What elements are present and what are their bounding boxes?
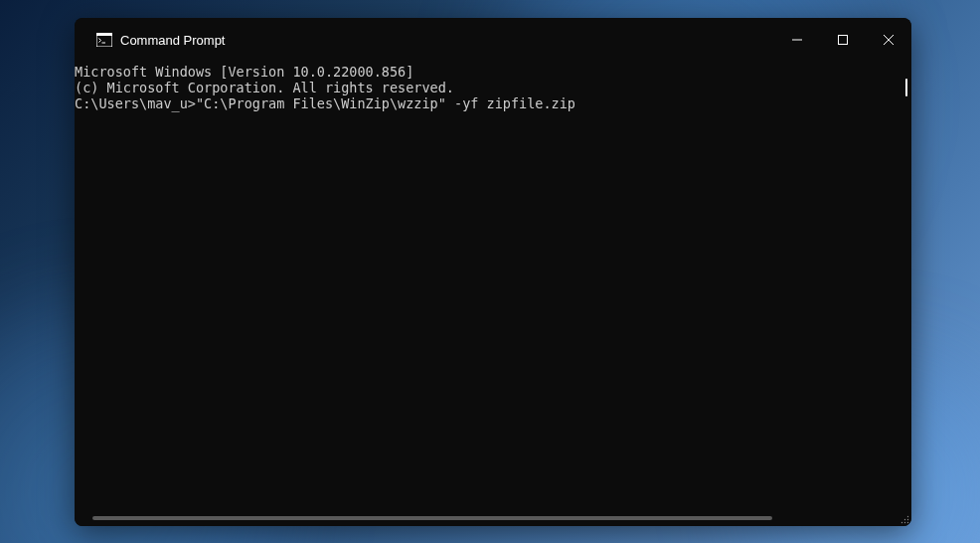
terminal-line: Microsoft Windows [Version 10.0.22000.85… [75,64,899,80]
minimize-button[interactable] [774,18,820,62]
terminal-prompt-line: C:\Users\mav_u>"C:\Program Files\WinZip\… [75,95,899,111]
close-button[interactable] [866,18,911,62]
svg-point-7 [907,516,908,517]
svg-point-8 [904,519,905,520]
terminal-command: "C:\Program Files\WinZip\wzzip" -yf zipf… [196,95,575,111]
horizontal-scrollbar-thumb[interactable] [92,516,772,520]
svg-rect-4 [839,36,848,45]
horizontal-scrollbar[interactable] [75,512,911,526]
svg-point-9 [907,519,908,520]
svg-rect-1 [96,33,112,36]
terminal-body[interactable]: Microsoft Windows [Version 10.0.22000.85… [75,62,911,512]
command-prompt-window: Command Prompt Microsoft Windows [Ver [75,18,911,526]
svg-point-11 [904,522,905,523]
bottom-bar [75,512,911,526]
svg-point-10 [901,522,902,523]
resize-grip[interactable] [898,512,909,524]
vertical-scrollbar[interactable] [899,64,911,512]
window-title: Command Prompt [120,33,774,48]
svg-point-12 [907,522,908,523]
window-titlebar[interactable]: Command Prompt [75,18,911,62]
window-controls [774,18,911,62]
command-prompt-icon [96,33,112,47]
terminal-prompt: C:\Users\mav_u> [75,95,196,111]
terminal-output: Microsoft Windows [Version 10.0.22000.85… [75,64,899,512]
vertical-scrollbar-thumb[interactable] [905,79,907,96]
maximize-button[interactable] [820,18,866,62]
terminal-line: (c) Microsoft Corporation. All rights re… [75,80,899,95]
